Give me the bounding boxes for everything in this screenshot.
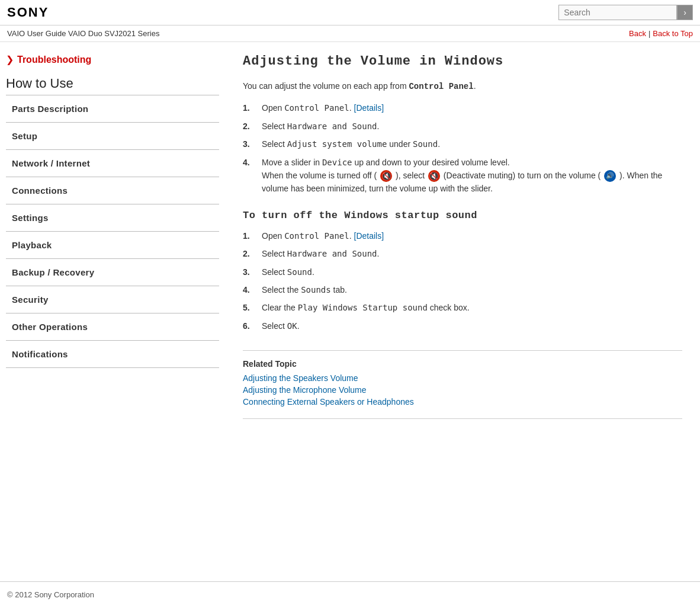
- intro-end: .: [474, 81, 476, 91]
- related-link-1[interactable]: Adjusting the Speakers Volume: [243, 373, 682, 383]
- sidebar-item-playback[interactable]: Playback: [6, 232, 219, 259]
- header: SONY ›: [0, 0, 700, 25]
- step-number-1-4: 4.: [243, 156, 259, 169]
- step-content-1-2: Select Hardware and Sound.: [262, 120, 682, 133]
- search-area: ›: [558, 5, 693, 20]
- step-2-6: 6. Select OK.: [243, 319, 682, 332]
- control-panel-ref: Control Panel: [409, 82, 473, 91]
- sidebar-item-backup-recovery[interactable]: Backup / Recovery: [6, 259, 219, 286]
- step-content-1-4: Move a slider in Device up and down to y…: [262, 156, 682, 196]
- step-number-2-3: 3.: [243, 265, 259, 279]
- step-1-4: 4. Move a slider in Device up and down t…: [243, 156, 682, 196]
- step-number-1-2: 2.: [243, 120, 259, 133]
- chevron-right-icon: ❯: [6, 54, 14, 65]
- breadcrumb: VAIO User Guide VAIO Duo SVJ2021 Series: [7, 29, 159, 38]
- back-link[interactable]: Back: [629, 29, 646, 38]
- related-link-3[interactable]: Connecting External Speakers or Headphon…: [243, 397, 682, 407]
- sidebar-item-connections[interactable]: Connections: [6, 177, 219, 204]
- sidebar-item-setup[interactable]: Setup: [6, 123, 219, 150]
- related-topic-label: Related Topic: [243, 359, 682, 369]
- step-content-2-6: Select OK.: [262, 319, 682, 332]
- page-title: Adjusting the Volume in Windows: [243, 54, 682, 69]
- sidebar-item-settings[interactable]: Settings: [6, 204, 219, 232]
- nav-links: Back | Back to Top: [629, 29, 693, 38]
- deactivate-muting-icon: [428, 170, 440, 182]
- nav-separator: |: [648, 29, 650, 38]
- nav-bar: VAIO User Guide VAIO Duo SVJ2021 Series …: [0, 25, 700, 42]
- section2-title: To turn off the Windows startup sound: [243, 210, 682, 221]
- details-link-1[interactable]: [Details]: [354, 103, 384, 113]
- related-topic: Related Topic Adjusting the Speakers Vol…: [243, 350, 682, 419]
- troubleshooting-header: ❯ Troubleshooting: [6, 54, 219, 65]
- step-content-1-1: Open Control Panel. [Details]: [262, 101, 682, 114]
- sidebar-item-notifications[interactable]: Notifications: [6, 341, 219, 368]
- muted-icon: [380, 170, 392, 182]
- step-1-2: 2. Select Hardware and Sound.: [243, 120, 682, 133]
- step-number-2-1: 1.: [243, 229, 259, 242]
- step-content-2-3: Select Sound.: [262, 265, 682, 279]
- sidebar-item-parts-description[interactable]: Parts Description: [6, 95, 219, 123]
- how-to-use-heading: How to Use: [6, 76, 219, 95]
- search-button[interactable]: ›: [677, 5, 693, 20]
- step-content-2-4: Select the Sounds tab.: [262, 283, 682, 296]
- sidebar-item-security[interactable]: Security: [6, 286, 219, 313]
- sidebar-item-other-operations[interactable]: Other Operations: [6, 313, 219, 341]
- footer: © 2012 Sony Corporation: [0, 581, 700, 607]
- step-number-2-4: 4.: [243, 283, 259, 296]
- step-content-1-3: Select Adjust system volume under Sound.: [262, 137, 682, 151]
- step-2-2: 2. Select Hardware and Sound.: [243, 247, 682, 260]
- section2-steps: 1. Open Control Panel. [Details] 2. Sele…: [243, 229, 682, 332]
- step-2-4: 4. Select the Sounds tab.: [243, 283, 682, 296]
- step-content-2-2: Select Hardware and Sound.: [262, 247, 682, 260]
- step-2-1: 1. Open Control Panel. [Details]: [243, 229, 682, 242]
- step-content-2-5: Clear the Play Windows Startup sound che…: [262, 301, 682, 314]
- step-1-3: 3. Select Adjust system volume under Sou…: [243, 137, 682, 151]
- copyright-text: © 2012 Sony Corporation: [7, 590, 94, 599]
- details-link-2[interactable]: [Details]: [354, 231, 384, 241]
- sony-logo: SONY: [7, 5, 49, 20]
- step-1-1: 1. Open Control Panel. [Details]: [243, 101, 682, 114]
- section1-steps: 1. Open Control Panel. [Details] 2. Sele…: [243, 101, 682, 195]
- troubleshooting-label[interactable]: Troubleshooting: [17, 55, 91, 65]
- step-content-2-1: Open Control Panel. [Details]: [262, 229, 682, 242]
- volume-on-icon: [604, 170, 616, 182]
- intro-paragraph: You can adjust the volume on each app fr…: [243, 79, 682, 93]
- step-2-5: 5. Clear the Play Windows Startup sound …: [243, 301, 682, 314]
- sidebar: ❯ Troubleshooting How to Use Parts Descr…: [0, 42, 225, 575]
- bottom-divider: [243, 418, 682, 419]
- intro-text: You can adjust the volume on each app fr…: [243, 81, 407, 91]
- step-number-2-5: 5.: [243, 301, 259, 314]
- step-number-2-2: 2.: [243, 247, 259, 260]
- main-layout: ❯ Troubleshooting How to Use Parts Descr…: [0, 42, 700, 575]
- search-input[interactable]: [558, 5, 677, 20]
- step-number-1-1: 1.: [243, 101, 259, 114]
- content-area: Adjusting the Volume in Windows You can …: [225, 42, 700, 575]
- related-link-2[interactable]: Adjusting the Microphone Volume: [243, 385, 682, 395]
- step-number-1-3: 3.: [243, 137, 259, 151]
- step-2-3: 3. Select Sound.: [243, 265, 682, 279]
- step-number-2-6: 6.: [243, 319, 259, 332]
- back-to-top-link[interactable]: Back to Top: [653, 29, 693, 38]
- sidebar-item-network-internet[interactable]: Network / Internet: [6, 150, 219, 177]
